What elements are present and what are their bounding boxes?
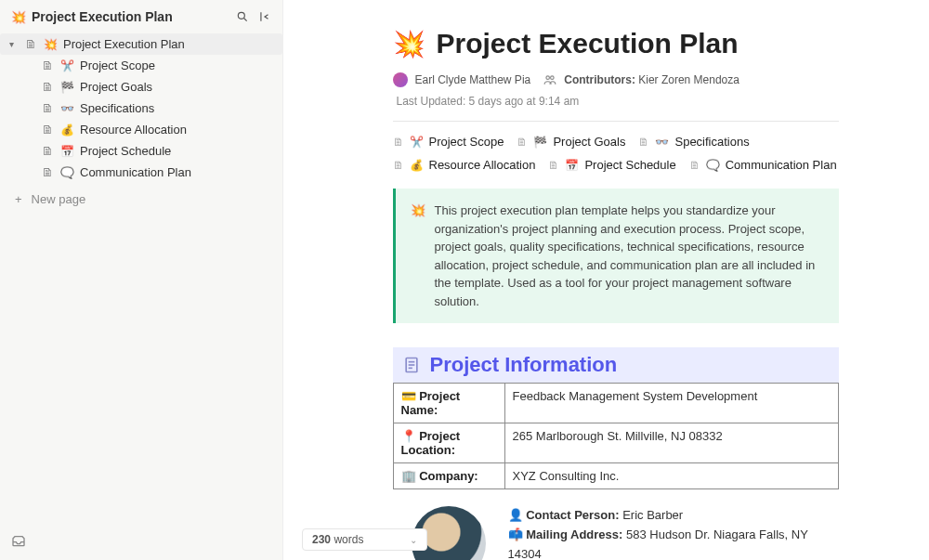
table-row: 💳 Project Name: Feedback Management Syst… [393, 384, 838, 423]
sidebar-item-communication-plan[interactable]: 🗎 🗨️ Communication Plan [0, 162, 282, 183]
section-heading-project-information[interactable]: Project Information [393, 347, 839, 383]
svg-point-4 [551, 76, 555, 80]
sidebar-item-emoji: 👓 [59, 102, 74, 115]
sidebar-item-label: Project Execution Plan [63, 37, 185, 51]
chip-resource-allocation[interactable]: 🗎💰Resource Allocation [393, 158, 536, 172]
sidebar-item-label: Project Schedule [80, 144, 171, 158]
word-count-unit: words [334, 533, 363, 546]
project-info-table[interactable]: 💳 Project Name: Feedback Management Syst… [393, 383, 839, 489]
main: 💥 Project Execution Plan Earl Clyde Matt… [283, 0, 929, 560]
document-icon: 🗎 [41, 165, 54, 179]
collapse-sidebar-icon[interactable] [258, 10, 271, 23]
svg-point-3 [546, 76, 550, 80]
chip-project-scope[interactable]: 🗎✂️Project Scope [393, 135, 504, 149]
document-icon: 🗎 [393, 159, 404, 172]
search-icon[interactable] [236, 10, 249, 23]
sidebar-item-project-goals[interactable]: 🗎 🏁 Project Goals [0, 76, 282, 98]
sidebar-footer [0, 528, 282, 554]
sidebar-header: 💥 Project Execution Plan [0, 6, 282, 32]
contact-person: Eric Barber [622, 508, 683, 522]
sidebar: 💥 Project Execution Plan ▾ 🗎 💥 Project E… [0, 0, 283, 560]
contact-lines[interactable]: 👤 Contact Person: Eric Barber 📫 Mailing … [508, 506, 839, 560]
callout[interactable]: 💥 This project execution plan template h… [393, 189, 839, 323]
sidebar-item-label: Resource Allocation [80, 123, 187, 137]
contributors-label: Contributors: [564, 73, 635, 86]
svg-point-0 [238, 12, 244, 19]
chip-emoji: 👓 [655, 136, 669, 149]
sidebar-item-emoji: 🏁 [59, 81, 74, 94]
page-title-text[interactable]: Project Execution Plan [437, 28, 739, 59]
divider [393, 121, 839, 122]
sidebar-item-project-execution-plan[interactable]: ▾ 🗎 💥 Project Execution Plan [0, 33, 282, 55]
sidebar-item-emoji: 🗨️ [59, 166, 74, 179]
sidebar-item-label: Project Goals [80, 80, 152, 94]
chip-emoji: 🏁 [533, 136, 547, 149]
sidebar-item-label: Specifications [80, 101, 154, 115]
sidebar-item-specifications[interactable]: 🗎 👓 Specifications [0, 98, 282, 119]
page-title: 💥 Project Execution Plan [393, 28, 839, 59]
sidebar-item-project-schedule[interactable]: 🗎 📅 Project Schedule [0, 140, 282, 162]
contributors-icon [543, 73, 556, 86]
document-icon: 🗎 [41, 123, 54, 137]
last-updated: Last Updated: 5 days ago at 9:14 am [397, 95, 580, 108]
inbox-icon[interactable] [11, 534, 271, 549]
sidebar-item-emoji: 📅 [59, 145, 74, 158]
document-icon: 🗎 [24, 37, 37, 51]
plus-icon: + [15, 192, 22, 206]
sidebar-title: Project Execution Plan [32, 9, 236, 24]
callout-text: This project execution plan template hel… [435, 202, 824, 310]
row-value[interactable]: XYZ Consulting Inc. [504, 463, 838, 489]
chip-specifications[interactable]: 🗎👓Specifications [638, 135, 749, 149]
sidebar-list: ▾ 🗎 💥 Project Execution Plan 🗎 ✂️ Projec… [0, 32, 282, 185]
chevron-down-icon[interactable]: ⌄ [410, 535, 417, 545]
chip-emoji: 📅 [565, 159, 579, 172]
page-emoji[interactable]: 💥 [393, 29, 425, 59]
sidebar-item-emoji: 💥 [43, 38, 58, 51]
chip-project-schedule[interactable]: 🗎📅Project Schedule [548, 158, 675, 172]
callout-emoji: 💥 [411, 202, 425, 310]
sidebar-item-emoji: ✂️ [59, 59, 74, 72]
chip-label: Project Schedule [584, 158, 675, 172]
document-icon: 🗎 [638, 136, 649, 149]
author-avatar[interactable] [393, 72, 408, 87]
contact-person-label: Contact Person: [526, 508, 619, 522]
author-name[interactable]: Earl Clyde Matthew Pia [415, 73, 531, 86]
table-row: 🏢 Company: XYZ Consulting Inc. [393, 463, 838, 489]
svg-line-1 [244, 19, 247, 21]
chip-label: Communication Plan [726, 158, 837, 172]
document-icon: 🗎 [41, 101, 54, 115]
word-count-number: 230 [312, 533, 331, 546]
document-icon: 🗎 [41, 144, 54, 158]
mailbox-icon: 📫 [508, 526, 523, 545]
document-content: 💥 Project Execution Plan Earl Clyde Matt… [309, 0, 904, 560]
section-title: Project Information [430, 353, 618, 377]
word-count-status[interactable]: 230 words ⌄ [302, 528, 427, 551]
new-page-label: New page [32, 192, 86, 206]
document-icon: 🗎 [393, 136, 404, 149]
row-icon: 💳 [401, 389, 416, 403]
document-icon: 🗎 [548, 159, 559, 172]
document-icon: 🗎 [41, 59, 54, 72]
row-key: Company: [419, 469, 478, 483]
row-icon: 📍 [401, 429, 416, 443]
row-value[interactable]: Feedback Management System Development [504, 384, 838, 423]
chip-emoji: 🗨️ [706, 159, 720, 172]
contributors-name[interactable]: Kier Zoren Mendoza [638, 73, 739, 86]
chevron-down-icon[interactable]: ▾ [9, 39, 19, 49]
sidebar-item-project-scope[interactable]: 🗎 ✂️ Project Scope [0, 55, 282, 76]
sidebar-item-resource-allocation[interactable]: 🗎 💰 Resource Allocation [0, 119, 282, 140]
person-icon: 👤 [508, 506, 523, 526]
chip-label: Resource Allocation [429, 158, 536, 172]
chip-label: Project Goals [553, 135, 625, 149]
document-icon: 🗎 [517, 136, 528, 149]
sidebar-title-emoji: 💥 [11, 10, 26, 24]
sidebar-item-label: Communication Plan [80, 165, 191, 179]
chip-project-goals[interactable]: 🗎🏁Project Goals [517, 135, 625, 149]
page-icon [402, 356, 421, 374]
mailing-label: Mailing Address: [526, 527, 622, 541]
row-value[interactable]: 265 Marlborough St. Millville, NJ 08332 [504, 423, 838, 463]
chip-emoji: ✂️ [410, 136, 424, 149]
new-page-button[interactable]: + New page [0, 185, 282, 214]
chip-communication-plan[interactable]: 🗎🗨️Communication Plan [689, 158, 837, 172]
chip-label: Project Scope [429, 135, 504, 149]
